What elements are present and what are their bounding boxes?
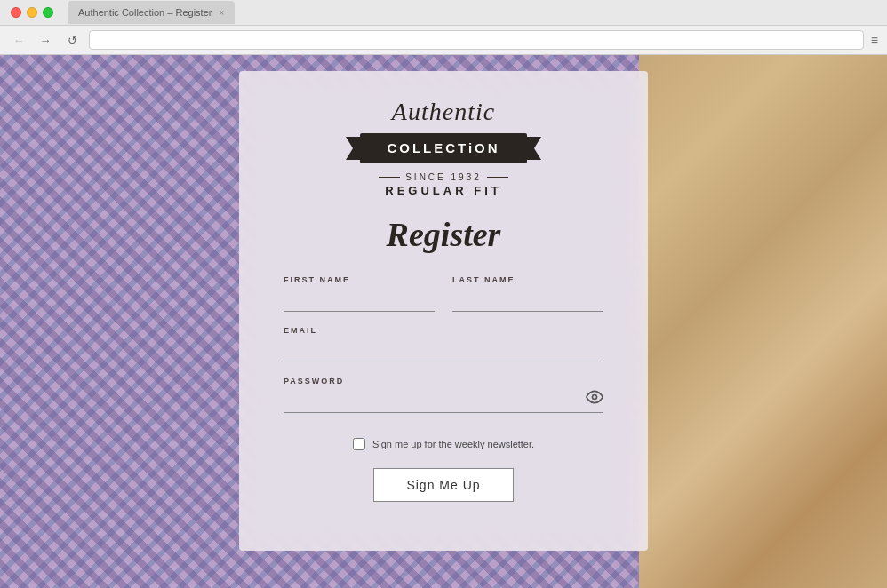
newsletter-label[interactable]: Sign me up for the weekly newsletter. — [372, 439, 534, 449]
register-heading: Register — [387, 215, 501, 254]
eye-icon — [586, 388, 603, 406]
password-toggle-button[interactable] — [586, 388, 603, 409]
first-name-label: FIRST NAME — [284, 275, 435, 284]
logo-banner: COLLECTiON — [346, 130, 541, 167]
title-bar: Authentic Collection – Register × — [0, 0, 887, 25]
newsletter-row: Sign me up for the weekly newsletter. — [284, 438, 603, 450]
reload-button[interactable]: ↺ — [62, 30, 82, 50]
address-bar[interactable] — [89, 30, 864, 50]
minimize-button[interactable] — [27, 7, 37, 18]
logo-since: Since 1932 — [379, 172, 508, 182]
password-group: PASSWORD — [284, 377, 603, 413]
logo-regular-fit: REGULAR FIT — [385, 184, 501, 197]
page-content: Authentic COLLECTiON Since 1932 REGULAR … — [0, 55, 887, 588]
email-label: EMAIL — [284, 326, 603, 335]
close-button[interactable] — [11, 7, 21, 18]
forward-button[interactable]: → — [36, 30, 55, 50]
password-label: PASSWORD — [284, 377, 603, 385]
background-wood — [639, 55, 887, 588]
password-wrapper — [284, 391, 603, 413]
maximize-button[interactable] — [43, 7, 53, 18]
tab-close-icon[interactable]: × — [219, 8, 224, 18]
email-input[interactable] — [284, 340, 603, 362]
tab-bar: Authentic Collection – Register × — [60, 0, 242, 28]
first-name-input[interactable] — [284, 290, 435, 312]
last-name-group: LAST NAME — [452, 275, 603, 312]
tab-label: Authentic Collection – Register — [78, 7, 212, 18]
back-button[interactable]: ← — [9, 30, 28, 50]
name-row: FIRST NAME LAST NAME — [284, 275, 603, 312]
browser-toolbar: ← → ↺ ≡ — [0, 25, 887, 55]
traffic-lights — [11, 7, 53, 18]
svg-marker-0 — [346, 137, 362, 160]
logo-area: Authentic COLLECTiON Since 1932 REGULAR … — [284, 98, 603, 197]
last-name-input[interactable] — [452, 290, 603, 312]
svg-text:COLLECTiON: COLLECTiON — [387, 140, 499, 155]
logo-authentic-text: Authentic — [392, 98, 495, 126]
svg-marker-1 — [525, 137, 541, 160]
password-input[interactable] — [284, 391, 603, 413]
signup-button[interactable]: Sign Me Up — [373, 468, 513, 502]
register-modal: Authentic COLLECTiON Since 1932 REGULAR … — [239, 71, 648, 551]
register-form: FIRST NAME LAST NAME EMAIL PASSWORD — [284, 275, 603, 502]
browser-chrome: Authentic Collection – Register × ← → ↺ … — [0, 0, 887, 55]
browser-tab[interactable]: Authentic Collection – Register × — [68, 1, 235, 24]
last-name-label: LAST NAME — [452, 275, 603, 284]
email-group: EMAIL — [284, 326, 603, 362]
newsletter-checkbox[interactable] — [353, 438, 365, 450]
first-name-group: FIRST NAME — [284, 275, 435, 312]
menu-icon[interactable]: ≡ — [871, 33, 878, 47]
svg-point-4 — [593, 395, 597, 400]
